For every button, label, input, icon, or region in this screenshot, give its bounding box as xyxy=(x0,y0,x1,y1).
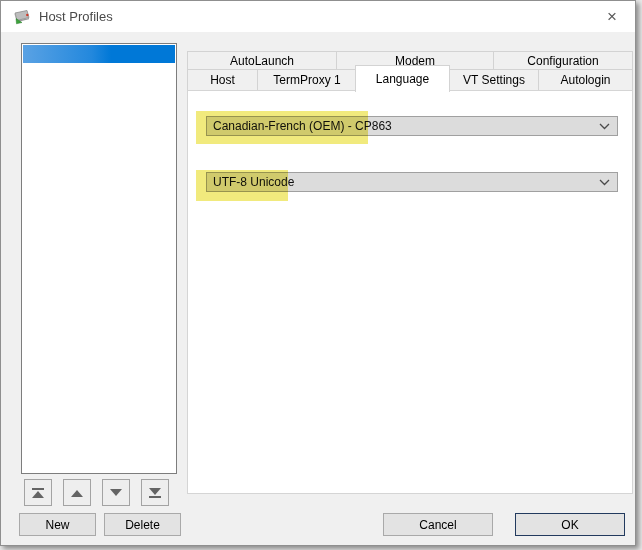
tab-termproxy-1[interactable]: TermProxy 1 xyxy=(257,69,357,91)
tab-vt-settings[interactable]: VT Settings xyxy=(449,69,539,91)
chevron-down-icon xyxy=(599,179,610,186)
profile-listbox[interactable] xyxy=(21,43,177,474)
move-up-button[interactable] xyxy=(63,479,91,506)
new-button[interactable]: New xyxy=(19,513,96,536)
move-to-top-button[interactable] xyxy=(24,479,52,506)
display-language-select[interactable]: Canadian-French (OEM) - CP863 xyxy=(206,116,618,136)
move-to-top-icon xyxy=(31,487,45,499)
close-icon[interactable]: × xyxy=(595,1,629,32)
move-to-bottom-button[interactable] xyxy=(141,479,169,506)
move-down-icon xyxy=(109,487,123,499)
display-language-value: Canadian-French (OEM) - CP863 xyxy=(207,119,599,133)
delete-button[interactable]: Delete xyxy=(104,513,181,536)
window-title: Host Profiles xyxy=(39,9,113,24)
server-language-select[interactable]: UTF-8 Unicode xyxy=(206,172,618,192)
selected-profile-row[interactable] xyxy=(23,45,175,63)
move-to-bottom-icon xyxy=(148,487,162,499)
move-up-icon xyxy=(70,487,84,499)
tab-host[interactable]: Host xyxy=(187,69,258,91)
chevron-down-icon xyxy=(599,123,610,130)
ok-button[interactable]: OK xyxy=(515,513,625,536)
cancel-button[interactable]: Cancel xyxy=(383,513,493,536)
host-profiles-app-icon xyxy=(12,9,31,25)
titlebar: Host Profiles × xyxy=(1,1,635,32)
tab-language[interactable]: Language xyxy=(355,65,450,92)
tab-autolaunch[interactable]: AutoLaunch xyxy=(187,51,337,70)
tab-autologin[interactable]: Autologin xyxy=(538,69,633,91)
screen: Host Profiles × xyxy=(0,0,642,550)
language-tab-panel xyxy=(187,90,633,494)
move-down-button[interactable] xyxy=(102,479,130,506)
tab-configuration[interactable]: Configuration xyxy=(493,51,633,70)
server-language-value: UTF-8 Unicode xyxy=(207,175,599,189)
host-profiles-dialog: Host Profiles × xyxy=(0,0,636,546)
